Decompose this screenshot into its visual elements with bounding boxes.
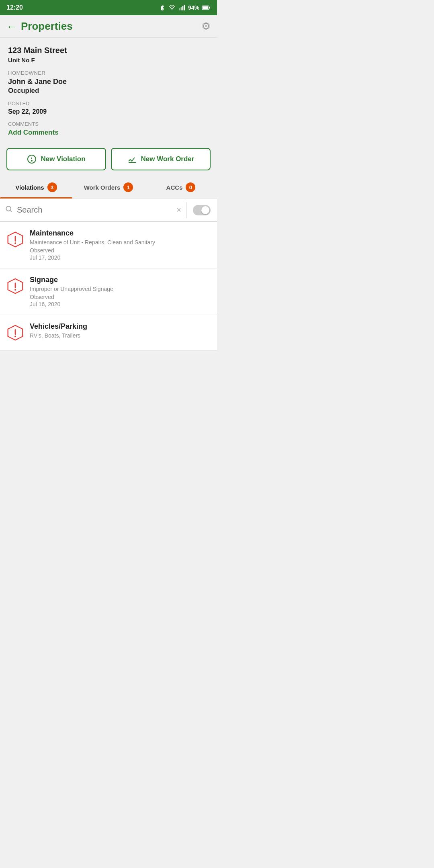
violation-icon: [27, 154, 37, 164]
svg-rect-7: [203, 6, 208, 9]
violation-details: Maintenance Maintenance of Unit - Repair…: [30, 229, 211, 261]
homeowner-name: John & Jane Doe: [8, 78, 209, 86]
violation-status: Observed: [30, 247, 211, 254]
svg-rect-4: [184, 5, 185, 10]
violation-warning-icon: [6, 277, 24, 297]
action-buttons: New Violation New Work Order: [0, 148, 217, 177]
property-unit: Unit No F: [8, 57, 209, 63]
violation-details: Signage Improper or Unapproved Signage O…: [30, 276, 211, 307]
violation-status: Observed: [30, 294, 211, 300]
new-work-order-label: New Work Order: [141, 155, 194, 163]
svg-point-10: [31, 160, 32, 161]
svg-rect-6: [209, 7, 210, 9]
bluetooth-icon: [159, 4, 166, 12]
search-bar: ×: [0, 199, 217, 222]
tab-violations-label: Violations: [15, 184, 44, 191]
property-address: 123 Main Street: [8, 46, 209, 55]
comments-label: COMMENTS: [8, 121, 209, 127]
violation-item[interactable]: Signage Improper or Unapproved Signage O…: [0, 268, 217, 315]
battery-percent: 94%: [188, 4, 199, 11]
tab-accs[interactable]: ACCs 0: [145, 177, 217, 198]
tab-accs-label: ACCs: [166, 184, 183, 191]
new-violation-label: New Violation: [41, 155, 85, 163]
violations-list: Maintenance Maintenance of Unit - Repair…: [0, 222, 217, 351]
settings-icon[interactable]: ⚙: [201, 20, 211, 33]
violation-date: Jul 17, 2020: [30, 254, 211, 261]
new-violation-button[interactable]: New Violation: [6, 148, 106, 170]
accs-badge: 0: [186, 182, 195, 192]
tab-violations[interactable]: Violations 3: [0, 177, 72, 198]
svg-rect-1: [179, 8, 180, 10]
work-orders-badge: 1: [123, 182, 133, 192]
violation-title: Maintenance: [30, 229, 211, 237]
status-time: 12:20: [6, 4, 23, 11]
search-toggle-area: [186, 205, 217, 215]
homeowner-label: HOMEOWNER: [8, 70, 209, 76]
svg-rect-3: [182, 6, 184, 10]
violation-description: Maintenance of Unit - Repairs, Clean and…: [30, 239, 211, 246]
posted-label: POSTED: [8, 100, 209, 106]
property-section: 123 Main Street Unit No F HOMEOWNER John…: [0, 38, 217, 148]
violation-description: RV's, Boats, Trailers: [30, 332, 211, 339]
battery-icon: [202, 5, 211, 10]
svg-point-22: [14, 336, 16, 337]
violation-date: Jul 16, 2020: [30, 301, 211, 307]
tab-work-orders-label: Work Orders: [84, 184, 121, 191]
wifi-icon: [168, 4, 176, 11]
work-order-icon: [127, 154, 137, 164]
search-input-area: ×: [0, 199, 186, 221]
status-icons: 94%: [159, 4, 211, 12]
violation-title: Vehicles/Parking: [30, 322, 211, 331]
posted-date: Sep 22, 2009: [8, 108, 209, 115]
violation-description: Improper or Unapproved Signage: [30, 286, 211, 292]
toggle-switch[interactable]: [193, 205, 211, 215]
signal-icon: [178, 4, 186, 11]
violation-item[interactable]: Vehicles/Parking RV's, Boats, Trailers: [0, 315, 217, 351]
svg-point-16: [14, 242, 16, 244]
violation-item[interactable]: Maintenance Maintenance of Unit - Repair…: [0, 222, 217, 268]
tab-work-orders[interactable]: Work Orders 1: [72, 177, 145, 198]
occupancy-status: Occupied: [8, 87, 209, 95]
svg-point-0: [172, 9, 172, 10]
status-bar: 12:20 94%: [0, 0, 217, 15]
add-comments-button[interactable]: Add Comments: [8, 129, 209, 137]
header: ← Properties ⚙: [0, 15, 217, 38]
search-clear-button[interactable]: ×: [176, 205, 181, 215]
svg-rect-2: [181, 7, 182, 10]
svg-line-13: [10, 211, 12, 212]
violation-warning-icon: [6, 231, 24, 250]
violation-title: Signage: [30, 276, 211, 284]
search-input[interactable]: [17, 205, 172, 215]
search-icon: [5, 205, 13, 215]
svg-point-19: [14, 289, 16, 291]
violations-badge: 3: [47, 182, 57, 192]
violation-details: Vehicles/Parking RV's, Boats, Trailers: [30, 322, 211, 340]
tabs-bar: Violations 3 Work Orders 1 ACCs 0: [0, 177, 217, 199]
back-button[interactable]: ←: [6, 21, 17, 32]
svg-point-12: [6, 206, 11, 211]
page-title: Properties: [21, 20, 73, 33]
header-left: ← Properties: [6, 20, 73, 33]
violation-warning-icon: [6, 324, 24, 343]
new-work-order-button[interactable]: New Work Order: [111, 148, 211, 170]
